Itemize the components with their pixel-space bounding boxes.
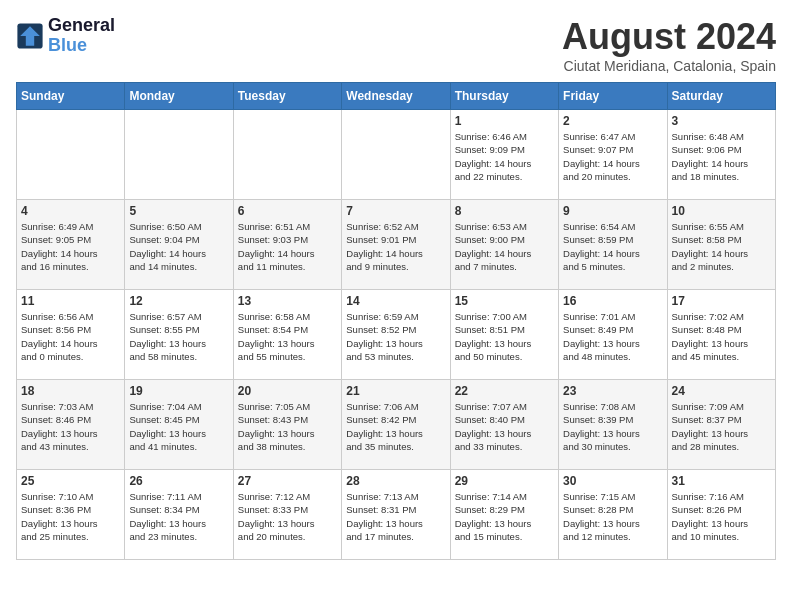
calendar-day-cell: 19Sunrise: 7:04 AMSunset: 8:45 PMDayligh… — [125, 380, 233, 470]
day-info: Sunrise: 6:48 AMSunset: 9:06 PMDaylight:… — [672, 130, 771, 183]
day-info: Sunrise: 7:12 AMSunset: 8:33 PMDaylight:… — [238, 490, 337, 543]
calendar-day-cell: 28Sunrise: 7:13 AMSunset: 8:31 PMDayligh… — [342, 470, 450, 560]
day-number: 11 — [21, 294, 120, 308]
day-info: Sunrise: 6:49 AMSunset: 9:05 PMDaylight:… — [21, 220, 120, 273]
day-number: 24 — [672, 384, 771, 398]
day-number: 31 — [672, 474, 771, 488]
calendar-week-row: 11Sunrise: 6:56 AMSunset: 8:56 PMDayligh… — [17, 290, 776, 380]
calendar-day-cell: 24Sunrise: 7:09 AMSunset: 8:37 PMDayligh… — [667, 380, 775, 470]
calendar-day-cell: 13Sunrise: 6:58 AMSunset: 8:54 PMDayligh… — [233, 290, 341, 380]
calendar-day-cell: 26Sunrise: 7:11 AMSunset: 8:34 PMDayligh… — [125, 470, 233, 560]
calendar-day-cell: 25Sunrise: 7:10 AMSunset: 8:36 PMDayligh… — [17, 470, 125, 560]
calendar-day-cell: 29Sunrise: 7:14 AMSunset: 8:29 PMDayligh… — [450, 470, 558, 560]
day-info: Sunrise: 7:15 AMSunset: 8:28 PMDaylight:… — [563, 490, 662, 543]
day-info: Sunrise: 6:51 AMSunset: 9:03 PMDaylight:… — [238, 220, 337, 273]
calendar-day-cell: 14Sunrise: 6:59 AMSunset: 8:52 PMDayligh… — [342, 290, 450, 380]
calendar-header-cell: Friday — [559, 83, 667, 110]
calendar-day-cell: 17Sunrise: 7:02 AMSunset: 8:48 PMDayligh… — [667, 290, 775, 380]
day-info: Sunrise: 6:59 AMSunset: 8:52 PMDaylight:… — [346, 310, 445, 363]
day-info: Sunrise: 7:10 AMSunset: 8:36 PMDaylight:… — [21, 490, 120, 543]
day-number: 7 — [346, 204, 445, 218]
day-number: 22 — [455, 384, 554, 398]
calendar-day-cell: 31Sunrise: 7:16 AMSunset: 8:26 PMDayligh… — [667, 470, 775, 560]
calendar-day-cell: 6Sunrise: 6:51 AMSunset: 9:03 PMDaylight… — [233, 200, 341, 290]
calendar-week-row: 18Sunrise: 7:03 AMSunset: 8:46 PMDayligh… — [17, 380, 776, 470]
day-info: Sunrise: 7:05 AMSunset: 8:43 PMDaylight:… — [238, 400, 337, 453]
day-number: 23 — [563, 384, 662, 398]
day-info: Sunrise: 6:47 AMSunset: 9:07 PMDaylight:… — [563, 130, 662, 183]
day-number: 13 — [238, 294, 337, 308]
day-info: Sunrise: 7:07 AMSunset: 8:40 PMDaylight:… — [455, 400, 554, 453]
day-number: 20 — [238, 384, 337, 398]
calendar-day-cell: 11Sunrise: 6:56 AMSunset: 8:56 PMDayligh… — [17, 290, 125, 380]
calendar-week-row: 1Sunrise: 6:46 AMSunset: 9:09 PMDaylight… — [17, 110, 776, 200]
day-number: 6 — [238, 204, 337, 218]
day-number: 17 — [672, 294, 771, 308]
day-info: Sunrise: 6:46 AMSunset: 9:09 PMDaylight:… — [455, 130, 554, 183]
day-number: 18 — [21, 384, 120, 398]
calendar-day-cell — [17, 110, 125, 200]
calendar-day-cell: 30Sunrise: 7:15 AMSunset: 8:28 PMDayligh… — [559, 470, 667, 560]
month-title: August 2024 — [562, 16, 776, 58]
calendar-header-cell: Saturday — [667, 83, 775, 110]
location: Ciutat Meridiana, Catalonia, Spain — [562, 58, 776, 74]
calendar-body: 1Sunrise: 6:46 AMSunset: 9:09 PMDaylight… — [17, 110, 776, 560]
calendar-day-cell: 15Sunrise: 7:00 AMSunset: 8:51 PMDayligh… — [450, 290, 558, 380]
page-header: General Blue August 2024 Ciutat Meridian… — [16, 16, 776, 74]
calendar-header-row: SundayMondayTuesdayWednesdayThursdayFrid… — [17, 83, 776, 110]
day-number: 25 — [21, 474, 120, 488]
day-number: 3 — [672, 114, 771, 128]
logo-line2: Blue — [48, 35, 87, 55]
day-number: 29 — [455, 474, 554, 488]
day-info: Sunrise: 7:06 AMSunset: 8:42 PMDaylight:… — [346, 400, 445, 453]
day-number: 10 — [672, 204, 771, 218]
day-number: 9 — [563, 204, 662, 218]
calendar-day-cell: 5Sunrise: 6:50 AMSunset: 9:04 PMDaylight… — [125, 200, 233, 290]
day-info: Sunrise: 6:57 AMSunset: 8:55 PMDaylight:… — [129, 310, 228, 363]
calendar-header-cell: Monday — [125, 83, 233, 110]
calendar-header-cell: Tuesday — [233, 83, 341, 110]
day-info: Sunrise: 7:11 AMSunset: 8:34 PMDaylight:… — [129, 490, 228, 543]
calendar-day-cell: 4Sunrise: 6:49 AMSunset: 9:05 PMDaylight… — [17, 200, 125, 290]
day-number: 5 — [129, 204, 228, 218]
calendar-day-cell: 21Sunrise: 7:06 AMSunset: 8:42 PMDayligh… — [342, 380, 450, 470]
calendar-header-cell: Wednesday — [342, 83, 450, 110]
day-info: Sunrise: 6:52 AMSunset: 9:01 PMDaylight:… — [346, 220, 445, 273]
calendar-day-cell: 2Sunrise: 6:47 AMSunset: 9:07 PMDaylight… — [559, 110, 667, 200]
day-info: Sunrise: 7:08 AMSunset: 8:39 PMDaylight:… — [563, 400, 662, 453]
calendar-day-cell: 27Sunrise: 7:12 AMSunset: 8:33 PMDayligh… — [233, 470, 341, 560]
calendar-day-cell: 10Sunrise: 6:55 AMSunset: 8:58 PMDayligh… — [667, 200, 775, 290]
day-info: Sunrise: 7:09 AMSunset: 8:37 PMDaylight:… — [672, 400, 771, 453]
day-info: Sunrise: 7:00 AMSunset: 8:51 PMDaylight:… — [455, 310, 554, 363]
day-info: Sunrise: 7:02 AMSunset: 8:48 PMDaylight:… — [672, 310, 771, 363]
day-number: 16 — [563, 294, 662, 308]
day-number: 1 — [455, 114, 554, 128]
day-number: 14 — [346, 294, 445, 308]
day-info: Sunrise: 7:13 AMSunset: 8:31 PMDaylight:… — [346, 490, 445, 543]
calendar-day-cell: 7Sunrise: 6:52 AMSunset: 9:01 PMDaylight… — [342, 200, 450, 290]
day-info: Sunrise: 7:14 AMSunset: 8:29 PMDaylight:… — [455, 490, 554, 543]
calendar-day-cell: 1Sunrise: 6:46 AMSunset: 9:09 PMDaylight… — [450, 110, 558, 200]
day-number: 21 — [346, 384, 445, 398]
day-info: Sunrise: 6:53 AMSunset: 9:00 PMDaylight:… — [455, 220, 554, 273]
day-number: 26 — [129, 474, 228, 488]
calendar-header-cell: Sunday — [17, 83, 125, 110]
logo: General Blue — [16, 16, 115, 56]
day-number: 19 — [129, 384, 228, 398]
day-info: Sunrise: 6:54 AMSunset: 8:59 PMDaylight:… — [563, 220, 662, 273]
day-number: 28 — [346, 474, 445, 488]
logo-icon — [16, 22, 44, 50]
calendar-week-row: 25Sunrise: 7:10 AMSunset: 8:36 PMDayligh… — [17, 470, 776, 560]
day-number: 12 — [129, 294, 228, 308]
calendar-day-cell: 20Sunrise: 7:05 AMSunset: 8:43 PMDayligh… — [233, 380, 341, 470]
day-number: 4 — [21, 204, 120, 218]
title-block: August 2024 Ciutat Meridiana, Catalonia,… — [562, 16, 776, 74]
day-number: 30 — [563, 474, 662, 488]
day-number: 27 — [238, 474, 337, 488]
day-info: Sunrise: 6:58 AMSunset: 8:54 PMDaylight:… — [238, 310, 337, 363]
calendar-day-cell: 18Sunrise: 7:03 AMSunset: 8:46 PMDayligh… — [17, 380, 125, 470]
calendar-day-cell: 8Sunrise: 6:53 AMSunset: 9:00 PMDaylight… — [450, 200, 558, 290]
calendar-header-cell: Thursday — [450, 83, 558, 110]
calendar-day-cell: 16Sunrise: 7:01 AMSunset: 8:49 PMDayligh… — [559, 290, 667, 380]
calendar-day-cell — [125, 110, 233, 200]
